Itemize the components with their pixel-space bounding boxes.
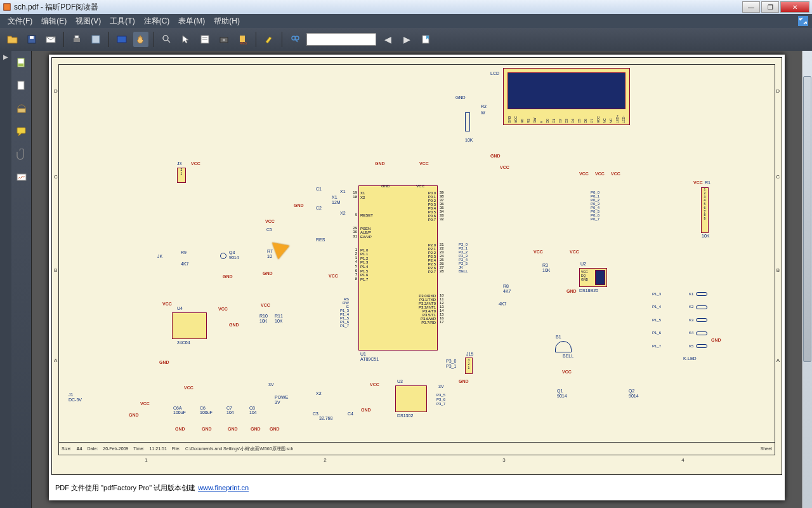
menu-comment[interactable]: 注释(C) xyxy=(140,15,174,28)
email-button[interactable] xyxy=(43,32,58,47)
mcu-gnd-pin: GND xyxy=(381,184,390,188)
tabstrip: ▶ xyxy=(0,51,11,508)
x2-ref: X2 xyxy=(316,391,322,396)
mcu-left-pins: X1X2RESETPSENALE/PEA/VPP1.0P1.1P1.2P1.3P… xyxy=(360,191,373,281)
svg-rect-25 xyxy=(17,128,25,133)
x2-pin: X2 xyxy=(340,211,346,215)
sidebar-comments-button[interactable] xyxy=(15,124,29,138)
find-button[interactable] xyxy=(287,32,303,47)
gnd-rst: GND xyxy=(263,271,273,276)
tb-sheet: Sheet xyxy=(761,446,772,451)
bookmark-button[interactable] xyxy=(418,32,433,47)
c6a-ref: C6A xyxy=(173,406,182,410)
menu-view[interactable]: 视图(V) xyxy=(72,15,105,28)
maximize-button[interactable]: ❐ xyxy=(761,1,779,13)
res-label: RES xyxy=(316,237,325,242)
expand-icon[interactable] xyxy=(798,16,808,26)
x1-val: 12M xyxy=(332,200,341,204)
powe: POWE xyxy=(275,395,288,399)
u2-name: DS18B20 xyxy=(579,288,598,293)
document-area[interactable]: A B C D A B C D 1 2 3 4 GNDVCCV0RSRWED0D… xyxy=(32,51,802,508)
mcu-name: AT89C51 xyxy=(360,357,379,361)
vcc-rst: VCC xyxy=(265,219,275,224)
gnd-c8: GND xyxy=(251,427,261,431)
tab-arrow-icon[interactable]: ▶ xyxy=(3,53,8,60)
vcc-eep1: VCC xyxy=(162,302,172,306)
prev-result-button[interactable]: ◀ xyxy=(380,32,395,47)
gnd-xtal: GND xyxy=(294,203,304,208)
vcc-r3: VCC xyxy=(534,250,543,254)
q3-ref: Q3 xyxy=(229,250,235,255)
mcu-right-bot-pins: P3.0/RXDP3.1/TXDP3.2/INT0P3.3/INT1P3.4/T… xyxy=(419,294,436,324)
sidebar xyxy=(11,51,32,508)
scan-button[interactable] xyxy=(88,32,103,47)
lcd-label: LCD xyxy=(490,71,499,76)
lcd-display xyxy=(508,72,625,109)
menu-tools[interactable]: 工具(T) xyxy=(106,15,138,28)
vertical-scrollbar[interactable] xyxy=(802,51,812,508)
q2-val: 9014 xyxy=(629,394,639,398)
highlight-button[interactable] xyxy=(261,32,277,47)
c1-ref: C1 xyxy=(316,187,322,191)
gnd-j1: GND xyxy=(129,413,139,417)
gnd-lcd1: GND xyxy=(490,154,501,158)
vcc-r1: VCC xyxy=(693,180,703,185)
v3v-1: 3V xyxy=(268,382,274,387)
sidebar-bookmarks-button[interactable] xyxy=(15,102,29,116)
footer-link[interactable]: www.fineprint.cn xyxy=(198,484,249,491)
select-button[interactable] xyxy=(178,32,193,47)
eeprom-name: 24C04 xyxy=(177,340,190,345)
j1-name: DC-5V xyxy=(69,398,82,402)
svg-line-9 xyxy=(167,40,170,43)
scrollbar-thumb[interactable] xyxy=(803,76,811,362)
grid-row-a-r: A xyxy=(776,358,780,363)
next-result-button[interactable]: ▶ xyxy=(399,32,414,47)
tb-time: 11:21:51 xyxy=(150,446,167,451)
vcc-mcu-top: VCC xyxy=(419,161,429,166)
menu-file[interactable]: 文件(F) xyxy=(4,15,36,28)
r11-val: 10K xyxy=(275,319,282,323)
q1-ref: Q1 xyxy=(557,389,563,393)
hand-button[interactable] xyxy=(133,32,148,47)
tb-file: C:\Documents and Settings\小概\桌面\M560原理图.… xyxy=(185,446,293,452)
mcu-rt-nums: 3938373635343332 xyxy=(440,190,444,221)
mcu-left-nets: RSRWEP1_3P1_4P1_5P1_6P1_7 xyxy=(322,297,349,328)
sidebar-pages-button[interactable] xyxy=(15,56,29,70)
k4-name: K-LED xyxy=(683,356,697,361)
loupe-button[interactable] xyxy=(159,32,174,47)
minimize-button[interactable]: — xyxy=(742,1,760,13)
p0-nets: P0_0P0_1P0_2P0_3P0_4P0_5P0_6P0_7 xyxy=(591,190,599,221)
open-button[interactable] xyxy=(5,32,20,47)
app-icon xyxy=(3,3,11,11)
svg-rect-4 xyxy=(74,38,80,42)
vcc-lcd3: VCC xyxy=(611,171,620,176)
q2-ref: Q2 xyxy=(629,389,634,393)
sidebar-attachments-button[interactable] xyxy=(15,147,29,161)
print-button[interactable] xyxy=(69,32,84,47)
sidebar-layers-button[interactable] xyxy=(15,79,29,93)
c7-val: 104 xyxy=(226,410,234,415)
r2-val: 10K xyxy=(465,138,473,142)
menu-help[interactable]: 帮助(H) xyxy=(210,15,244,28)
c5-ref: C5 xyxy=(266,227,272,232)
search-input[interactable] xyxy=(306,33,376,46)
sidebar-signatures-button[interactable] xyxy=(15,170,29,184)
save-button[interactable] xyxy=(24,32,39,47)
r8b-val: 4K7 xyxy=(499,302,506,306)
fullscreen-button[interactable] xyxy=(114,32,129,47)
c2-ref: C2 xyxy=(316,206,322,210)
mcu-vcc-pin: VCC xyxy=(416,184,424,188)
mcu-ref: U1 xyxy=(360,352,366,356)
gnd-eep: GND xyxy=(229,323,239,327)
svg-text:RMS: RMS xyxy=(240,41,247,44)
menu-edit[interactable]: 编辑(E) xyxy=(37,15,70,28)
keys-block: P1_3K1P1_4K2P1_5K3P1_6K4P1_7K5 xyxy=(652,292,707,357)
c8-ref: C8 xyxy=(249,406,255,410)
lcd-pinrow: GNDVCCV0RSRWED0D1D2D3D4D5D6D7VCCNCNCLED+… xyxy=(508,115,625,123)
rms-button[interactable]: RMS xyxy=(235,32,251,47)
menu-form[interactable]: 表单(M) xyxy=(174,15,209,28)
close-button[interactable]: ✕ xyxy=(780,1,809,13)
snapshot-button[interactable] xyxy=(216,32,232,47)
mcu-rb-nums: 1011121314151617 xyxy=(440,293,444,324)
typewriter-button[interactable] xyxy=(197,32,213,47)
